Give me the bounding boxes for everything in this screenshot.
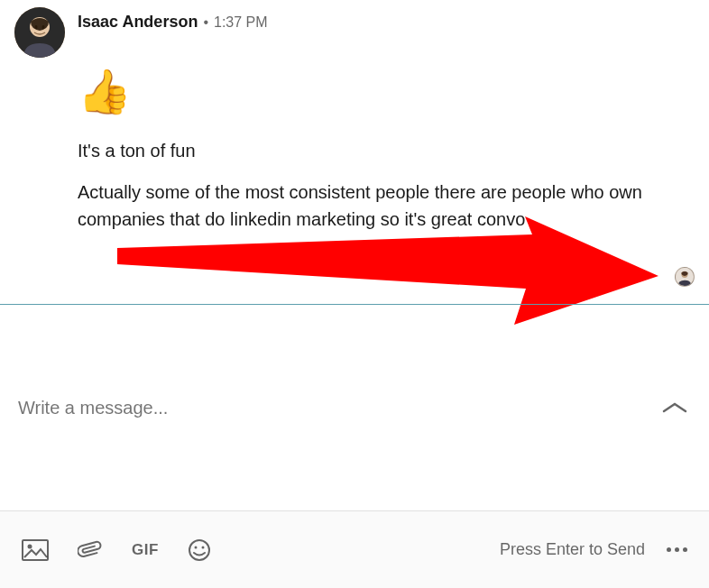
svg-point-10 <box>194 546 197 548</box>
svg-point-3 <box>42 25 45 29</box>
compose-toolbar: GIF Press Enter to Send <box>0 510 709 588</box>
sender-avatar[interactable] <box>14 7 65 58</box>
image-button[interactable] <box>22 539 49 561</box>
smiley-icon <box>188 538 211 562</box>
svg-point-11 <box>201 546 204 548</box>
svg-point-9 <box>189 540 209 560</box>
message-timestamp: 1:37 PM <box>214 14 268 31</box>
read-receipt-avatar[interactable] <box>675 267 695 287</box>
message-text-1: It's a ton of fun <box>78 137 695 164</box>
chevron-up-icon <box>662 401 687 414</box>
image-icon <box>22 539 49 561</box>
message-body: 👍 It's a ton of fun Actually some of the… <box>14 58 695 233</box>
attachment-button[interactable] <box>78 539 103 561</box>
message-input[interactable] <box>18 398 658 418</box>
collapse-button[interactable] <box>658 397 691 418</box>
paperclip-icon <box>78 539 103 561</box>
compose-input-row <box>0 305 709 510</box>
svg-rect-7 <box>23 540 48 560</box>
more-button[interactable] <box>667 547 687 552</box>
compose-area: GIF Press Enter to Send <box>0 305 709 588</box>
gif-button[interactable]: GIF <box>132 541 159 559</box>
message-text-2: Actually some of the most consistent peo… <box>78 179 695 233</box>
emoji-button[interactable] <box>188 538 211 562</box>
svg-point-2 <box>35 25 38 29</box>
sender-name[interactable]: Isaac Anderson <box>78 13 198 32</box>
svg-point-8 <box>28 544 32 548</box>
message-area: Isaac Anderson • 1:37 PM 👍 It's a ton of… <box>0 0 709 265</box>
message-header: Isaac Anderson • 1:37 PM <box>14 7 695 58</box>
gif-icon: GIF <box>132 541 159 559</box>
more-icon <box>667 547 671 552</box>
bullet-separator: • <box>203 14 208 31</box>
message-emoji: 👍 <box>78 70 695 114</box>
send-hint[interactable]: Press Enter to Send <box>500 540 645 559</box>
toolbar-right: Press Enter to Send <box>500 540 687 559</box>
message-header-text: Isaac Anderson • 1:37 PM <box>78 7 268 32</box>
